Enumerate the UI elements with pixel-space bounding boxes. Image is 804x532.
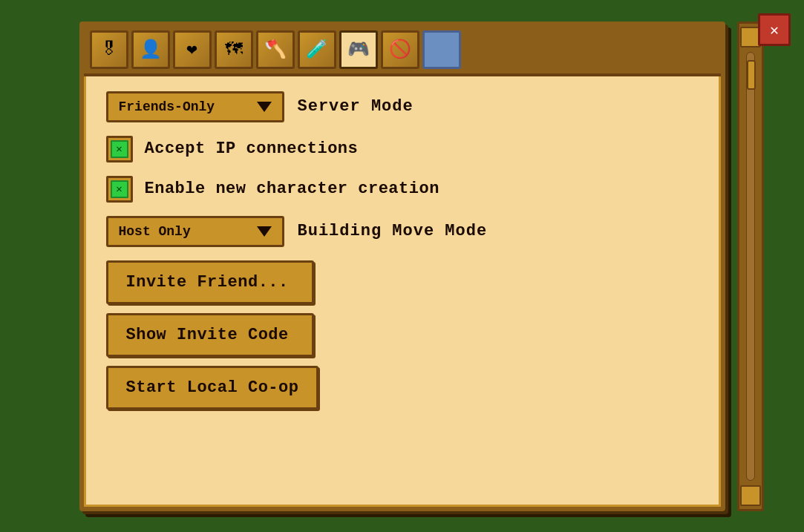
building-move-dropdown[interactable]: Host Only [106, 216, 284, 247]
tab-achievements[interactable]: 🧪 [298, 30, 336, 69]
show-invite-code-button[interactable]: Show Invite Code [106, 313, 314, 357]
tab-social[interactable]: ❤ [173, 30, 212, 69]
scroll-thumb[interactable] [747, 60, 756, 90]
building-move-label: Building Move Mode [298, 222, 488, 240]
dialog-panel: 🎖 👤 ❤ 🗺 🪓 🧪 🎮 [79, 22, 725, 511]
buttons-section: Invite Friend... Show Invite Code Start … [106, 260, 699, 410]
new-char-check-inner: ✕ [111, 180, 128, 198]
start-local-coop-button[interactable]: Start Local Co-op [106, 366, 319, 410]
building-move-arrow-icon [257, 226, 272, 237]
close-icon: ✕ [770, 21, 779, 39]
new-char-checkbox[interactable]: ✕ [106, 176, 133, 203]
invite-friend-button[interactable]: Invite Friend... [106, 260, 314, 304]
server-mode-label: Server Mode [298, 97, 414, 116]
accept-ip-checkbox[interactable]: ✕ [106, 136, 133, 162]
accept-ip-checkmark: ✕ [116, 144, 122, 154]
server-mode-value: Friends-Only [119, 99, 215, 114]
tab-map[interactable]: 🗺 [215, 30, 253, 69]
scroll-track [746, 52, 755, 481]
new-char-row: ✕ Enable new character creation [106, 176, 699, 203]
tab-crafting[interactable]: 🪓 [256, 30, 295, 69]
close-button[interactable]: ✕ [758, 13, 791, 46]
new-char-label: Enable new character creation [145, 180, 439, 198]
blue-panel [422, 30, 461, 69]
server-mode-row: Friends-Only Server Mode [106, 91, 699, 122]
server-mode-dropdown[interactable]: Friends-Only [106, 91, 284, 122]
accept-ip-row: ✕ Accept IP connections [106, 136, 699, 162]
dropdown-arrow-icon [257, 102, 272, 112]
scroll-down-button[interactable] [740, 485, 761, 506]
new-char-checkmark: ✕ [116, 184, 122, 194]
building-move-value: Host Only [119, 224, 191, 239]
accept-ip-label: Accept IP connections [145, 139, 359, 158]
scrollbar [737, 22, 764, 511]
tab-multiplayer[interactable]: 🎮 [339, 30, 378, 69]
content-area: Friends-Only Server Mode ✕ Accept IP con… [84, 76, 721, 507]
tab-character[interactable]: 👤 [131, 30, 170, 69]
tab-cancel[interactable]: 🚫 [381, 30, 419, 69]
building-move-row: Host Only Building Move Mode [106, 216, 699, 247]
dialog-wrapper: 🎖 👤 ❤ 🗺 🪓 🧪 🎮 [79, 22, 725, 511]
tabs-bar: 🎖 👤 ❤ 🗺 🪓 🧪 🎮 [84, 26, 721, 76]
game-screen: 🎖 👤 ❤ 🗺 🪓 🧪 🎮 [0, 0, 804, 532]
accept-ip-check-inner: ✕ [111, 140, 128, 158]
tab-skill[interactable]: 🎖 [90, 30, 128, 69]
